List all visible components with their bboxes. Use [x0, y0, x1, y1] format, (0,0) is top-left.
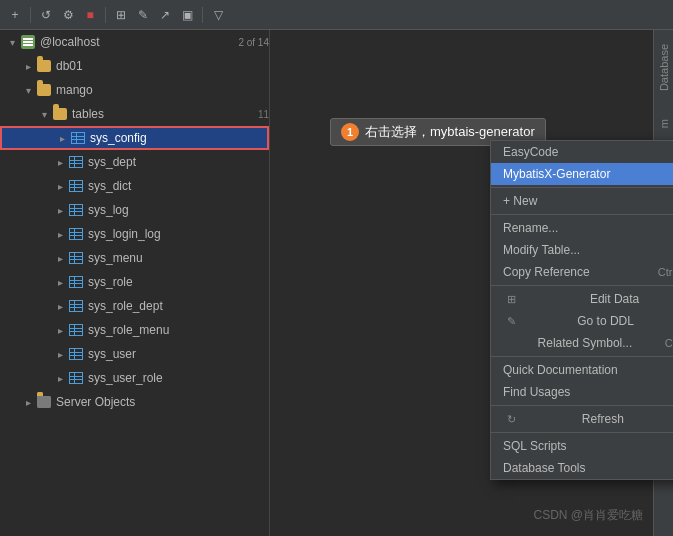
ctx-edit-data[interactable]: ⊞ Edit Data F4 [491, 288, 673, 310]
tree-item-sys-role[interactable]: sys_role [0, 270, 269, 294]
db01-label: db01 [56, 59, 269, 73]
ctx-sep5 [491, 405, 673, 406]
tree-item-sys-log[interactable]: sys_log [0, 198, 269, 222]
sys-role-dept-label: sys_role_dept [88, 299, 269, 313]
ctx-modify-table-label: Modify Table... [503, 243, 580, 257]
arrow-sys-login-log [52, 226, 68, 242]
ctx-sep6 [491, 432, 673, 433]
ctx-sql-scripts[interactable]: SQL Scripts ▸ [491, 435, 673, 457]
toolbar-arrow-icon[interactable]: ↗ [156, 6, 174, 24]
context-menu: EasyCode ▸ MybatisX-Generator + New ▸ Re… [490, 140, 673, 480]
tree-item-localhost[interactable]: @localhost 2 of 14 [0, 30, 269, 54]
ctx-new[interactable]: + New ▸ [491, 190, 673, 212]
ctx-edit-data-label: Edit Data [590, 292, 639, 306]
toolbar-filter-icon[interactable]: ▽ [209, 6, 227, 24]
arrow-sys-role-dept [52, 298, 68, 314]
ctx-copy-reference-label: Copy Reference [503, 265, 590, 279]
mango-label: mango [56, 83, 269, 97]
arrow-server-objects [20, 394, 36, 410]
tree-item-sys-dict[interactable]: sys_dict [0, 174, 269, 198]
toolbar-separator [30, 7, 31, 23]
ctx-sql-scripts-label: SQL Scripts [503, 439, 567, 453]
sys-login-log-table-icon [68, 226, 84, 242]
sys-log-label: sys_log [88, 203, 269, 217]
sys-role-dept-table-icon [68, 298, 84, 314]
toolbar-edit-icon[interactable]: ✎ [134, 6, 152, 24]
tooltip-text: 右击选择，mybtais-generator [365, 123, 535, 141]
ctx-related-symbol-shortcut: Ctrl+Alt+Home [665, 337, 673, 349]
toolbar-layout-icon[interactable]: ▣ [178, 6, 196, 24]
toolbar-grid-icon[interactable]: ⊞ [112, 6, 130, 24]
right-panel: 1 右击选择，mybtais-generator EasyCode ▸ Myba… [270, 30, 673, 536]
ctx-database-tools[interactable]: Database Tools ▸ [491, 457, 673, 479]
tree-item-server-objects[interactable]: Server Objects [0, 390, 269, 414]
arrow-sys-user-role [52, 370, 68, 386]
ctx-copy-reference[interactable]: Copy Reference Ctrl+Alt+Shift+C [491, 261, 673, 283]
ctx-quick-doc-label: Quick Documentation [503, 363, 618, 377]
tree-item-sys-dept[interactable]: sys_dept [0, 150, 269, 174]
tables-count-badge: 11 [258, 109, 269, 120]
server-objects-label: Server Objects [56, 395, 269, 409]
ctx-new-label: + New [503, 194, 537, 208]
arrow-sys-dept [52, 154, 68, 170]
ctx-related-symbol[interactable]: Related Symbol... Ctrl+Alt+Home [491, 332, 673, 354]
arrow-tables [36, 106, 52, 122]
right-tab-database[interactable]: Database [658, 44, 670, 91]
tree-item-tables[interactable]: tables 11 [0, 102, 269, 126]
sys-login-log-label: sys_login_log [88, 227, 269, 241]
ctx-quick-doc[interactable]: Quick Documentation Ctrl+Q [491, 359, 673, 381]
tree-item-sys-config[interactable]: sys_config [0, 126, 269, 150]
sys-menu-table-icon [68, 250, 84, 266]
ctx-mybatisx-label: MybatisX-Generator [503, 167, 610, 181]
ctx-easycode[interactable]: EasyCode ▸ [491, 141, 673, 163]
sys-menu-label: sys_menu [88, 251, 269, 265]
arrow-sys-dict [52, 178, 68, 194]
server-objects-folder-icon [36, 394, 52, 410]
arrow-mango [20, 82, 36, 98]
tree-item-mango[interactable]: mango [0, 78, 269, 102]
ctx-rename-label: Rename... [503, 221, 558, 235]
tree-item-db01[interactable]: db01 [0, 54, 269, 78]
ctx-mybatisx[interactable]: MybatisX-Generator [491, 163, 673, 185]
ctx-refresh-label: Refresh [582, 412, 624, 426]
ctx-copy-reference-shortcut: Ctrl+Alt+Shift+C [658, 266, 673, 278]
sys-role-table-icon [68, 274, 84, 290]
tree-item-sys-role-dept[interactable]: sys_role_dept [0, 294, 269, 318]
toolbar-add-icon[interactable]: + [6, 6, 24, 24]
tree-item-sys-user-role[interactable]: sys_user_role [0, 366, 269, 390]
db01-folder-icon [36, 58, 52, 74]
ctx-rename[interactable]: Rename... Shift+F6 [491, 217, 673, 239]
toolbar-refresh-icon[interactable]: ↺ [37, 6, 55, 24]
toolbar-settings-icon[interactable]: ⚙ [59, 6, 77, 24]
ctx-find-usages-label: Find Usages [503, 385, 570, 399]
sys-log-table-icon [68, 202, 84, 218]
main-layout: @localhost 2 of 14 db01 mango tables [0, 30, 673, 536]
toolbar-separator2 [105, 7, 106, 23]
tree-item-sys-login-log[interactable]: sys_login_log [0, 222, 269, 246]
sys-user-role-table-icon [68, 370, 84, 386]
sys-dept-label: sys_dept [88, 155, 269, 169]
sys-role-menu-label: sys_role_menu [88, 323, 269, 337]
ctx-sep4 [491, 356, 673, 357]
sys-dict-table-icon [68, 178, 84, 194]
toolbar-separator3 [202, 7, 203, 23]
sys-dict-label: sys_dict [88, 179, 269, 193]
ctx-find-usages[interactable]: Find Usages Alt+F7 [491, 381, 673, 403]
ctx-refresh[interactable]: ↻ Refresh Ctrl+F5 [491, 408, 673, 430]
tree-item-sys-menu[interactable]: sys_menu [0, 246, 269, 270]
ctx-go-to-ddl[interactable]: ✎ Go to DDL Ctrl+B [491, 310, 673, 332]
toolbar-stop-icon[interactable]: ■ [81, 6, 99, 24]
tree-item-sys-user[interactable]: sys_user [0, 342, 269, 366]
ctx-modify-table[interactable]: Modify Table... Ctrl+F6 [491, 239, 673, 261]
sys-config-label: sys_config [90, 131, 267, 145]
watermark-label: CSDN @肖肖爱吃糖 [533, 507, 643, 524]
arrow-sys-user [52, 346, 68, 362]
edit-data-icon: ⊞ [503, 293, 519, 306]
sys-config-table-icon [70, 130, 86, 146]
arrow-sys-menu [52, 250, 68, 266]
tree-item-sys-role-menu[interactable]: sys_role_menu [0, 318, 269, 342]
ctx-sep2 [491, 214, 673, 215]
right-tab-m[interactable]: m [658, 119, 670, 128]
arrow-localhost [4, 34, 20, 50]
sys-role-label: sys_role [88, 275, 269, 289]
